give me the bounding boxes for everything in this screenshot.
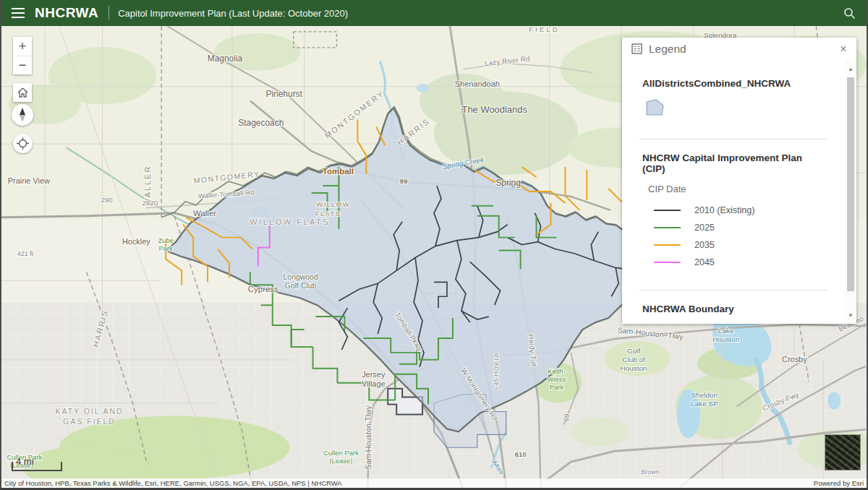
- map-label: Pinehurst: [265, 89, 302, 99]
- cip-line-swatch: [654, 244, 681, 246]
- header-divider: [109, 6, 109, 20]
- map-label: Shenandoah: [455, 79, 500, 88]
- map-label: Brown: [641, 468, 659, 476]
- map-label: 2920: [142, 199, 158, 207]
- map-label: Keith-: [548, 367, 566, 375]
- map-label: The Woodlands: [461, 104, 527, 115]
- cip-legend-row: 2045: [654, 254, 827, 271]
- map-label: Cullen Park: [323, 449, 359, 457]
- map-label: Jersey: [362, 370, 386, 379]
- zoom-out-button[interactable]: −: [13, 56, 32, 74]
- home-button[interactable]: [13, 83, 32, 102]
- map-label: Golf Club: [285, 282, 317, 290]
- legend-title: Legend: [649, 43, 686, 56]
- map-label: Club of: [622, 356, 645, 364]
- map-label: WILLOW FLATS: [250, 218, 330, 226]
- map-label: FLATS: [315, 210, 341, 218]
- search-icon[interactable]: [843, 7, 856, 20]
- cip-line-label: 2035: [694, 240, 715, 250]
- attribution-bar: City of Houston, HPB, Texas Parks & Wild…: [1, 478, 867, 488]
- zoom-in-button[interactable]: +: [13, 37, 32, 56]
- map-label: 290: [101, 196, 113, 204]
- cip-line-swatch: [654, 262, 681, 263]
- cip-items: 2010 (Existing)202520352045: [642, 202, 827, 271]
- locate-button[interactable]: [13, 134, 33, 153]
- map-label: Magnolia: [208, 53, 243, 64]
- scroll-up-arrow[interactable]: ▲: [845, 64, 856, 74]
- cip-line-swatch: [654, 227, 681, 228]
- map-label: FIELD: [529, 26, 560, 33]
- cip-legend-row: 2035: [654, 236, 827, 254]
- scalebar-label: 4 mi: [16, 456, 34, 467]
- map-label: Zube: [158, 236, 174, 244]
- zoom-controls: + −: [13, 37, 32, 74]
- locate-icon: [17, 137, 29, 150]
- app-header: NHCRWA Capitol Improvement Plan (Last Up…: [1, 0, 867, 26]
- map-label: Park: [159, 244, 174, 252]
- scroll-down-arrow[interactable]: ▼: [845, 311, 856, 321]
- close-icon[interactable]: ×: [840, 43, 847, 55]
- compass-button[interactable]: [12, 104, 33, 126]
- powered-by-esri: Powered by Esri: [814, 479, 864, 487]
- legend-section-title: NHCRWA Boundary: [642, 304, 827, 314]
- legend-divider: [639, 139, 827, 139]
- map-label: 99: [400, 177, 408, 185]
- map-label: 69: [562, 413, 571, 422]
- basemap-toggle[interactable]: [825, 434, 861, 470]
- legend-section-title: AllDistrictsCombined_NHCRWA: [642, 78, 827, 89]
- page-title: Capitol Improvement Plan (Last Update: O…: [118, 8, 348, 19]
- cip-line-label: 2010 (Existing): [694, 205, 754, 215]
- map-label: Park: [550, 383, 564, 391]
- map-label: Village: [362, 379, 386, 388]
- scalebar: 4 mi: [12, 462, 62, 471]
- map-label: Longwood: [284, 273, 318, 281]
- map-label: Houston: [712, 335, 739, 343]
- cip-line-label: 2045: [694, 257, 715, 267]
- map-label: Waller: [193, 209, 216, 218]
- map-label: Tomball: [323, 167, 354, 176]
- compass-needle-icon: [18, 108, 27, 122]
- map-label: Stagecoach: [238, 118, 284, 128]
- district-swatch: [644, 98, 827, 120]
- home-icon: [17, 87, 28, 98]
- map-label: Cypress: [248, 285, 278, 293]
- attribution-sources: City of Houston, HPB, Texas Parks & Wild…: [4, 479, 342, 487]
- map-label: I-45-HOV-Ln: [493, 353, 500, 390]
- app-window: NHCRWA Capitol Improvement Plan (Last Up…: [0, 0, 868, 490]
- legend-panel: Legend × AllDistrictsCombined_NHCRWA NHC…: [622, 38, 856, 324]
- cip-line-swatch: [654, 210, 681, 211]
- map-label: Houston: [621, 364, 647, 372]
- app-brand: NHCRWA: [35, 5, 98, 21]
- map-label: WILLOW: [316, 200, 349, 208]
- menu-button[interactable]: [1, 8, 35, 18]
- map-label: 421 ft: [17, 251, 34, 258]
- map-label: Prairie View: [8, 176, 50, 185]
- legend-section-title: NHCRW Capital Improvement Plan (CIP): [642, 152, 827, 174]
- cip-legend-row: 2025: [654, 219, 827, 236]
- legend-divider: [639, 290, 827, 291]
- map-label: GAS FIELD: [63, 418, 116, 426]
- cip-legend-row: 2010 (Existing): [654, 202, 827, 219]
- cip-date-label: CIP Date: [648, 184, 827, 194]
- map-label: (Lease): [329, 457, 352, 465]
- map-label: Lake: [718, 327, 734, 335]
- map-label: Crosby: [782, 355, 807, 364]
- map-container: FIELDSplendoraMagnoliaPinehurstStagecoac…: [1, 26, 867, 488]
- legend-body: AllDistrictsCombined_NHCRWA NHCRW Capita…: [622, 60, 856, 324]
- legend-scrollbar[interactable]: ▲ ▼: [845, 60, 856, 324]
- map-label: Sheldon: [691, 391, 718, 399]
- map-label: 610: [515, 450, 527, 458]
- map-label: Wiess: [548, 375, 566, 383]
- map-label: Hockley: [122, 237, 150, 246]
- legend-icon: [631, 43, 642, 54]
- map-label: Sam Houston-Tlwy: [365, 405, 373, 469]
- map-label: Lake SP: [691, 400, 718, 408]
- cip-line-label: 2025: [694, 223, 715, 233]
- legend-header: Legend ×: [622, 38, 856, 60]
- map-label: Spring: [495, 178, 521, 188]
- map-label: KATY OIL AND: [56, 408, 124, 416]
- scroll-thumb[interactable]: [847, 77, 854, 291]
- map-label: Golf: [627, 347, 640, 355]
